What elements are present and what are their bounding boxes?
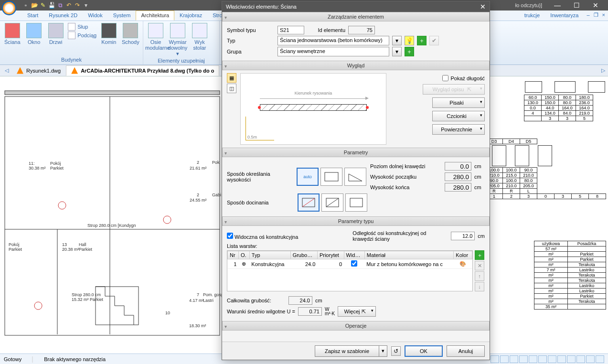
symbol-input[interactable] <box>277 26 304 34</box>
tab-trukcje[interactable]: trukcje <box>519 11 545 21</box>
tab-rysunek2d[interactable]: Rysunek 2D <box>43 11 83 21</box>
layer-add-icon[interactable]: ＋ <box>475 250 484 260</box>
btn-osie[interactable]: Osie modularne <box>145 22 166 51</box>
tab-inwentaryza[interactable]: Inwentaryza <box>545 11 584 21</box>
tabs-scroll-right-icon[interactable]: ▷ <box>598 67 608 74</box>
trim-opt-2[interactable] <box>321 193 343 212</box>
sb-toggle[interactable] <box>491 355 499 363</box>
tab-architektura[interactable]: Architektura <box>136 11 174 21</box>
svg-text:30.38 m²: 30.38 m² <box>29 166 46 171</box>
typ-dropdown-icon[interactable]: ▾ <box>392 36 402 45</box>
odl-osi-input[interactable] <box>451 232 475 240</box>
tab-system[interactable]: System <box>108 11 136 21</box>
grupa-add-icon[interactable]: ＋ <box>405 47 414 56</box>
zapisz-szablon-button[interactable]: Zapisz w szablonie <box>315 345 379 357</box>
mdi-minimize-icon[interactable]: – <box>587 12 589 19</box>
sb-toggle[interactable] <box>557 355 566 363</box>
reset-icon[interactable]: ↺ <box>391 346 401 356</box>
sb-toggle[interactable] <box>576 355 585 363</box>
btn-schody[interactable]: Schody <box>120 22 141 45</box>
wiecej-button[interactable]: Więcej ⇱ <box>338 306 376 317</box>
sb-toggle[interactable] <box>500 355 509 363</box>
height-opt-rect[interactable] <box>320 168 342 186</box>
layers-table[interactable]: Nr O. Typ Grubo… Priorytet Wid… Materiał… <box>227 250 473 291</box>
section-operacje[interactable]: ▾Operacje <box>222 321 490 331</box>
u-value-input <box>298 307 322 316</box>
btn-wyk[interactable]: Wyk stolar <box>189 22 210 51</box>
pisaki-button[interactable]: Pisaki <box>432 97 485 108</box>
powierzchnie-button[interactable]: Powierzchnie <box>432 124 485 135</box>
btn-wymiar[interactable]: Wymiar dowolny ▾ <box>167 22 188 57</box>
doc-tab-1[interactable]: Rysunek1.dwg <box>11 65 66 76</box>
trim-opt-1[interactable] <box>298 193 320 212</box>
section-parametry-typu[interactable]: ▾Parametry typu <box>222 216 490 226</box>
wys-konca-label: Wysokość końca <box>370 184 442 190</box>
dialog-close-icon[interactable]: ✕ <box>480 3 486 11</box>
zapisz-szablon-dropdown-icon[interactable]: ▾ <box>379 345 387 357</box>
doc-tab-2[interactable]: ArCADia-ARCHITEKTURA Przykład 8.dwg (Tyl… <box>66 65 219 76</box>
sb-toggle[interactable] <box>567 355 576 363</box>
sb-toggle[interactable] <box>538 355 547 363</box>
grupa-combo[interactable]: Ściany wewnętrzne <box>277 47 389 56</box>
mdi-close-icon[interactable]: × <box>602 12 605 19</box>
layer-color-swatch[interactable]: 🎨 <box>454 259 472 269</box>
anuluj-button[interactable]: Anuluj <box>447 345 485 357</box>
svg-line-38 <box>326 198 339 207</box>
btn-sciana[interactable]: Ściana <box>2 22 22 45</box>
btn-podciag[interactable]: Podciąg <box>68 32 96 39</box>
typ-combo[interactable]: Ściana jednowarstwowa (beton komórkowy) <box>277 36 389 45</box>
preview-tab-2d-icon[interactable]: ▦ <box>227 73 236 83</box>
qat-more-icon[interactable]: ▾ <box>82 1 90 9</box>
close-button[interactable]: ✕ <box>589 1 602 9</box>
qat-undo-icon[interactable]: ↶ <box>65 1 73 9</box>
layer-down-icon[interactable]: ↓ <box>475 282 484 291</box>
svg-text:Gabi: Gabi <box>212 193 221 197</box>
qat-save-icon2[interactable]: 💾 <box>48 1 55 9</box>
section-wyglad[interactable]: ▾Wygląd <box>222 61 490 70</box>
qat-redo-icon[interactable]: ↷ <box>74 1 81 9</box>
svg-text:24.55 m²: 24.55 m² <box>190 198 207 203</box>
sb-toggle[interactable] <box>596 355 604 363</box>
height-opt-auto[interactable]: auto <box>297 168 319 186</box>
btn-drzwi[interactable]: Drzwi <box>45 22 66 45</box>
doc-icon <box>71 67 78 74</box>
btn-komin[interactable]: Komin <box>98 22 119 45</box>
grupa-dropdown-icon[interactable]: ▾ <box>392 47 402 56</box>
sb-toggle[interactable] <box>519 355 528 363</box>
mdi-restore-icon[interactable]: ❐ <box>594 12 598 19</box>
qat-saveall-icon[interactable]: ⧉ <box>56 1 64 9</box>
qat-new-icon[interactable]: ▫ <box>22 1 30 9</box>
minimize-button[interactable]: — <box>551 1 564 9</box>
sb-toggle[interactable] <box>548 355 556 363</box>
maximize-button[interactable]: ☐ <box>570 1 583 9</box>
trim-opt-3[interactable] <box>345 193 367 212</box>
preview-tab-3d-icon[interactable]: ◫ <box>227 84 236 93</box>
layer-remove-icon[interactable]: ✕ <box>475 261 484 270</box>
svg-text:Parkiet: Parkiet <box>9 247 22 252</box>
tab-krajobraz[interactable]: Krajobraz <box>174 11 207 21</box>
typ-add-icon[interactable]: ＋ <box>417 36 427 45</box>
tab-widok[interactable]: Widok <box>83 11 108 21</box>
layer-row[interactable]: 1 ⊕ Konstrukcyjna 24.0 0 Mur z betonu ko… <box>228 259 472 269</box>
qat-open-icon[interactable]: 📂 <box>31 1 38 9</box>
widoczna-os-check[interactable]: Widoczna oś konstrukcyjna <box>227 233 298 240</box>
layer-visible-check[interactable] <box>351 260 357 267</box>
tab-start[interactable]: Start <box>22 11 43 21</box>
layer-up-icon[interactable]: ↑ <box>475 271 484 281</box>
height-opt-slope[interactable] <box>344 168 366 186</box>
tabs-scroll-left-icon[interactable]: ◁ <box>2 67 11 74</box>
section-zarzadzanie[interactable]: ▾Zarządzanie elementem <box>222 12 490 21</box>
section-parametry[interactable]: ▾Parametry <box>222 148 490 157</box>
pokaz-dlugosc-check[interactable]: Pokaż długość <box>442 75 485 81</box>
sb-toggle[interactable] <box>529 355 537 363</box>
ok-button[interactable]: OK <box>405 345 443 357</box>
btn-okno[interactable]: Okno <box>23 22 44 45</box>
dialog-titlebar[interactable]: Właściwości elementu: Ściana ✕ <box>222 1 490 12</box>
qat-save-icon[interactable]: ✎ <box>39 1 47 9</box>
svg-text:Strop 280.0 cm [Kondygn: Strop 280.0 cm [Kondygn <box>87 223 136 228</box>
sb-toggle[interactable] <box>586 355 595 363</box>
typ-lamp-icon[interactable]: 💡 <box>405 36 414 45</box>
sb-toggle[interactable] <box>510 355 518 363</box>
btn-slup[interactable]: Słup <box>68 23 96 31</box>
czcionki-button[interactable]: Czcionki <box>432 111 485 121</box>
